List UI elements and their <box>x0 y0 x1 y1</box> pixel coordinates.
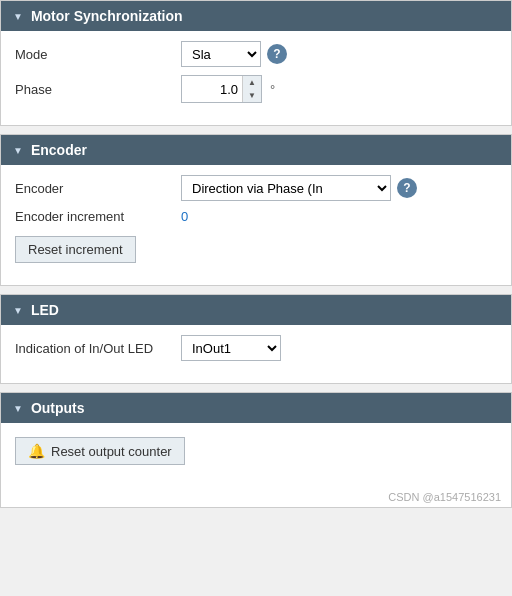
led-title: LED <box>31 302 59 318</box>
reset-increment-row: Reset increment <box>15 232 497 263</box>
led-select[interactable]: InOut1 InOut2 None <box>181 335 281 361</box>
encoder-increment-label: Encoder increment <box>15 209 175 224</box>
led-header[interactable]: ▼ LED <box>1 295 511 325</box>
encoder-increment-row: Encoder increment 0 <box>15 209 497 224</box>
reset-output-row: 🔔 Reset output counter <box>15 433 497 465</box>
indication-label: Indication of In/Out LED <box>15 341 175 356</box>
mode-select[interactable]: Sla Master Slave <box>181 41 261 67</box>
motor-sync-triangle-icon: ▼ <box>13 11 23 22</box>
reset-increment-label: Reset increment <box>28 242 123 257</box>
encoder-row: Encoder Direction via Phase (In Directio… <box>15 175 497 201</box>
encoder-increment-value: 0 <box>181 209 188 224</box>
reset-output-icon: 🔔 <box>28 443 45 459</box>
phase-down-button[interactable]: ▼ <box>243 89 261 102</box>
encoder-label: Encoder <box>15 181 175 196</box>
phase-up-button[interactable]: ▲ <box>243 76 261 89</box>
motor-sync-header[interactable]: ▼ Motor Synchronization <box>1 1 511 31</box>
encoder-help-icon[interactable]: ? <box>397 178 417 198</box>
led-section: ▼ LED Indication of In/Out LED InOut1 In… <box>0 294 512 384</box>
encoder-triangle-icon: ▼ <box>13 145 23 156</box>
motor-sync-title: Motor Synchronization <box>31 8 183 24</box>
watermark: CSDN @a1547516231 <box>1 487 511 507</box>
mode-label: Mode <box>15 47 175 62</box>
phase-row: Phase ▲ ▼ ° <box>15 75 497 103</box>
outputs-body: 🔔 Reset output counter <box>1 423 511 487</box>
motor-sync-section: ▼ Motor Synchronization Mode Sla Master … <box>0 0 512 126</box>
mode-row: Mode Sla Master Slave ? <box>15 41 497 67</box>
outputs-triangle-icon: ▼ <box>13 403 23 414</box>
phase-label: Phase <box>15 82 175 97</box>
motor-sync-body: Mode Sla Master Slave ? Phase ▲ ▼ ° <box>1 31 511 125</box>
phase-unit: ° <box>270 82 275 97</box>
reset-increment-button[interactable]: Reset increment <box>15 236 136 263</box>
led-body: Indication of In/Out LED InOut1 InOut2 N… <box>1 325 511 383</box>
led-triangle-icon: ▼ <box>13 305 23 316</box>
outputs-section: ▼ Outputs 🔔 Reset output counter CSDN @a… <box>0 392 512 508</box>
indication-row: Indication of In/Out LED InOut1 InOut2 N… <box>15 335 497 361</box>
encoder-body: Encoder Direction via Phase (In Directio… <box>1 165 511 285</box>
encoder-header[interactable]: ▼ Encoder <box>1 135 511 165</box>
outputs-header[interactable]: ▼ Outputs <box>1 393 511 423</box>
phase-spin-buttons: ▲ ▼ <box>242 76 261 102</box>
phase-spin-wrapper: ▲ ▼ <box>181 75 262 103</box>
mode-help-icon[interactable]: ? <box>267 44 287 64</box>
reset-output-button[interactable]: 🔔 Reset output counter <box>15 437 185 465</box>
encoder-section: ▼ Encoder Encoder Direction via Phase (I… <box>0 134 512 286</box>
encoder-select[interactable]: Direction via Phase (In Direction via Ph… <box>181 175 391 201</box>
outputs-title: Outputs <box>31 400 85 416</box>
encoder-title: Encoder <box>31 142 87 158</box>
reset-output-label: Reset output counter <box>51 444 172 459</box>
phase-input[interactable] <box>182 76 242 102</box>
